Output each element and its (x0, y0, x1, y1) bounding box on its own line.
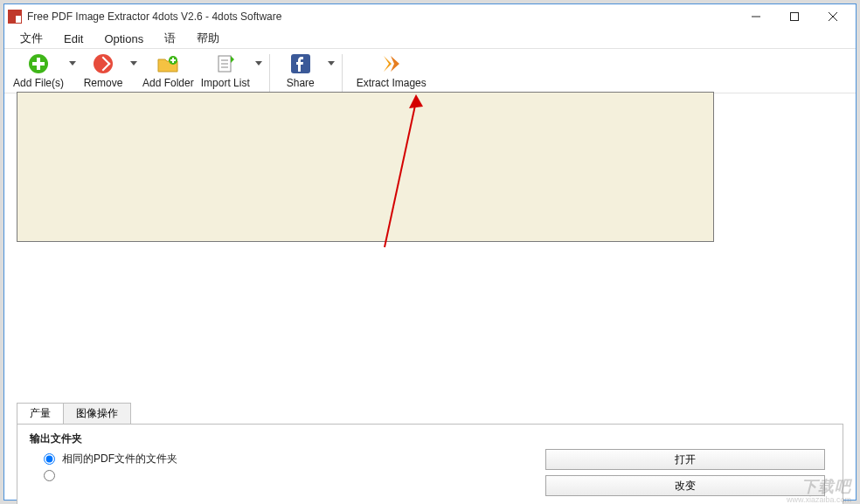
remove-dropdown[interactable] (128, 52, 139, 66)
change-button[interactable]: 改变 (545, 475, 825, 496)
menu-edit[interactable]: Edit (55, 31, 92, 47)
minimize-button[interactable] (737, 4, 775, 29)
file-list-panel[interactable] (17, 92, 714, 242)
share-label: Share (287, 77, 315, 89)
svg-marker-11 (130, 61, 137, 66)
extract-icon (380, 52, 403, 75)
folder-plus-icon (156, 52, 179, 75)
svg-rect-14 (170, 59, 176, 61)
close-icon (829, 12, 837, 21)
radio-custom-folder[interactable] (44, 470, 55, 481)
close-button[interactable] (814, 4, 852, 29)
svg-rect-6 (32, 62, 45, 66)
titlebar: Free PDF Image Extractor 4dots V2.6 - 4d… (4, 4, 856, 29)
plus-icon (27, 52, 50, 75)
import-list-button[interactable]: Import List (198, 52, 253, 89)
svg-rect-1 (791, 13, 799, 21)
menubar: 文件 Edit Options 语 帮助 (4, 29, 856, 49)
menu-file[interactable]: 文件 (11, 29, 52, 48)
output-folder-group-label: 输出文件夹 (30, 432, 830, 446)
tab-image-operations[interactable]: 图像操作 (63, 403, 131, 424)
svg-marker-7 (69, 61, 76, 66)
toolbar: Add File(s) Remove Add Folder Import Lis… (4, 49, 856, 93)
tab-output[interactable]: 产量 (17, 403, 64, 424)
svg-marker-19 (231, 56, 234, 63)
tabs: 产量 图像操作 输出文件夹 相同的PDF文件的文件夹 打开 改变 文件名： Re… (17, 403, 843, 504)
svg-marker-20 (255, 61, 262, 66)
add-file-dropdown[interactable] (67, 52, 78, 66)
add-folder-label: Add Folder (142, 77, 194, 89)
tab-body-output: 输出文件夹 相同的PDF文件的文件夹 打开 改变 文件名： Reset [PAG… (17, 424, 843, 504)
share-dropdown[interactable] (326, 52, 336, 66)
import-list-dropdown[interactable] (253, 52, 264, 66)
menu-help[interactable]: 帮助 (188, 29, 228, 48)
toolbar-separator (269, 54, 270, 93)
add-file-button[interactable]: Add File(s) (10, 52, 67, 89)
extract-images-label: Extract Images (357, 77, 427, 89)
window-title: Free PDF Image Extractor 4dots V2.6 - 4d… (27, 10, 737, 23)
import-list-icon (214, 52, 237, 75)
svg-marker-22 (328, 61, 335, 66)
add-file-label: Add File(s) (13, 77, 64, 89)
import-list-label: Import List (201, 77, 250, 89)
remove-label: Remove (84, 77, 123, 89)
radio-same-folder-label: 相同的PDF文件的文件夹 (62, 452, 177, 466)
remove-icon (92, 52, 114, 75)
app-window: Free PDF Image Extractor 4dots V2.6 - 4d… (3, 3, 857, 501)
radio-same-folder[interactable] (44, 453, 55, 465)
watermark: 下载吧 (801, 476, 851, 497)
maximize-icon (790, 12, 799, 21)
extract-images-button[interactable]: Extract Images (348, 52, 435, 89)
window-controls (737, 4, 852, 29)
toolbar-separator-2 (342, 54, 343, 93)
facebook-icon (289, 52, 312, 75)
watermark-url: www.xiazaiba.com (787, 495, 851, 504)
menu-language[interactable]: 语 (156, 29, 184, 48)
content-area (4, 93, 856, 249)
maximize-button[interactable] (775, 4, 814, 29)
tab-strip: 产量 图像操作 (17, 403, 843, 424)
share-button[interactable]: Share (275, 52, 326, 89)
menu-options[interactable]: Options (95, 31, 152, 47)
open-button[interactable]: 打开 (545, 449, 825, 470)
app-icon (8, 10, 22, 24)
minimize-icon (752, 12, 760, 21)
remove-button[interactable]: Remove (78, 52, 128, 89)
add-folder-button[interactable]: Add Folder (139, 52, 198, 89)
